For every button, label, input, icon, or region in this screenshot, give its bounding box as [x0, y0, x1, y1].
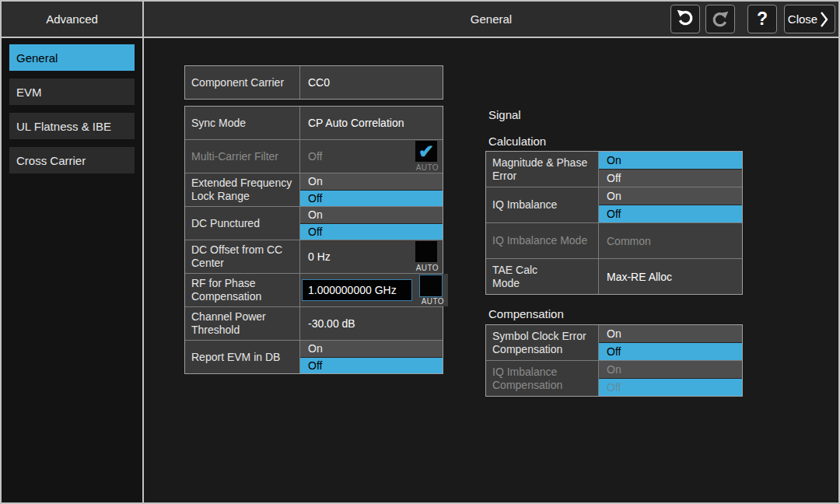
toggle-on-option[interactable]: On [599, 152, 742, 169]
multi-carrier-filter-state: Off [308, 150, 322, 163]
sidebar-title: Advanced [2, 2, 142, 38]
row-extended-frequency-lock-range: Extended Frequency Lock Range On Off [185, 173, 443, 206]
calculation-table: Magnitude & Phase Error On Off IQ Imbala… [485, 151, 743, 295]
help-button[interactable]: ? [747, 5, 777, 33]
iq-imbalance-mode-label: IQ Imbalance Mode [486, 223, 599, 258]
titlebar: General [144, 2, 838, 38]
dc-offset-auto: AUTO [412, 241, 439, 272]
auto-checkbox[interactable] [415, 241, 437, 262]
extended-frequency-lock-range-toggle: On Off [300, 173, 443, 206]
auto-label: AUTO [416, 264, 439, 272]
channel-power-threshold-label: Channel Power Threshold [185, 307, 300, 340]
rf-phase-compensation-value: AUTO [300, 274, 448, 306]
auto-label: AUTO [416, 163, 439, 172]
toggle-off-option[interactable]: Off [599, 378, 742, 396]
compensation-section-label: Compensation [488, 307, 564, 320]
sidebar-item-ul-flatness-ibe[interactable]: UL Flatness & IBE [9, 113, 135, 139]
multi-carrier-filter-label: Multi-Carrier Filter [185, 140, 300, 173]
question-mark-icon: ? [757, 9, 768, 30]
toggle-off-option[interactable]: Off [599, 205, 742, 222]
row-rf-for-phase-compensation: RF for Phase Compensation AUTO [185, 273, 443, 306]
settings-window: Advanced General EVM UL Flatness & IBE C… [0, 0, 840, 504]
channel-power-threshold-value[interactable]: -30.00 dB [300, 307, 443, 340]
dc-offset-amount: 0 Hz [308, 250, 331, 263]
magnitude-phase-error-label: Magnitude & Phase Error [486, 152, 599, 187]
symbol-clock-error-compensation-label: Symbol Clock Error Compensation [486, 325, 599, 360]
component-carrier-label: Component Carrier [185, 66, 300, 99]
iq-imbalance-compensation-label: IQ Imbalance Compensation [486, 361, 599, 396]
toggle-off-option[interactable]: Off [300, 190, 443, 207]
toggle-off-option[interactable]: Off [300, 357, 443, 374]
row-dc-punctured: DC Punctured On Off [185, 206, 443, 240]
row-iq-imbalance-compensation: IQ Imbalance Compensation On Off [486, 360, 742, 396]
row-dc-offset-from-cc-center: DC Offset from CC Center 0 Hz AUTO [185, 240, 443, 273]
undo-icon [675, 8, 695, 31]
row-report-evm-in-db: Report EVM in DB On Off [185, 340, 443, 373]
row-iq-imbalance: IQ Imbalance On Off [486, 187, 742, 222]
sync-mode-value[interactable]: CP Auto Correlation [300, 107, 443, 139]
close-button-label: Close [788, 12, 817, 26]
general-settings-table: Sync Mode CP Auto Correlation Multi-Carr… [184, 106, 443, 374]
sync-mode-label: Sync Mode [185, 107, 300, 139]
component-carrier-table: Component Carrier CC0 [184, 65, 443, 100]
toggle-on-option[interactable]: On [300, 207, 443, 223]
tae-calc-mode-value[interactable]: Max-RE Alloc [599, 259, 742, 294]
compensation-table: Symbol Clock Error Compensation On Off I… [485, 324, 743, 397]
row-iq-imbalance-mode: IQ Imbalance Mode Common [486, 222, 742, 258]
dc-punctured-toggle: On Off [300, 207, 443, 240]
magnitude-phase-error-toggle: On Off [599, 152, 742, 187]
toggle-on-option[interactable]: On [599, 361, 742, 378]
auto-label: AUTO [422, 297, 444, 306]
toggle-off-option[interactable]: Off [300, 223, 443, 240]
sidebar-item-cross-carrier[interactable]: Cross Carrier [9, 147, 135, 173]
dc-offset-label: DC Offset from CC Center [185, 240, 300, 273]
main-panel: General [144, 2, 838, 502]
row-tae-calc-mode: TAE Calc Mode Max-RE Alloc [486, 258, 742, 294]
sidebar-items: General EVM UL Flatness & IBE Cross Carr… [2, 38, 142, 181]
settings-content: Component Carrier CC0 Sync Mode CP Auto … [144, 38, 838, 502]
rf-phase-compensation-input[interactable] [302, 279, 412, 301]
component-carrier-value[interactable]: CC0 [300, 66, 443, 99]
close-button[interactable]: Close [784, 5, 835, 33]
page-title: General [471, 12, 512, 26]
toggle-on-option[interactable]: On [599, 187, 742, 205]
titlebar-buttons: ? Close [665, 5, 835, 33]
row-multi-carrier-filter: Multi-Carrier Filter Off ✔ AUTO [185, 139, 443, 173]
signal-section-label: Signal [488, 108, 521, 121]
row-symbol-clock-error-compensation: Symbol Clock Error Compensation On Off [486, 325, 742, 360]
iq-imbalance-toggle: On Off [599, 187, 742, 222]
auto-checkbox[interactable] [419, 275, 443, 297]
report-evm-in-db-label: Report EVM in DB [185, 341, 300, 373]
toggle-on-option[interactable]: On [599, 325, 742, 342]
multi-carrier-filter-auto: ✔ AUTO [412, 141, 439, 172]
toggle-off-option[interactable]: Off [599, 169, 742, 187]
row-component-carrier: Component Carrier CC0 [185, 66, 443, 99]
chevron-right-icon [820, 11, 828, 28]
row-sync-mode: Sync Mode CP Auto Correlation [185, 107, 443, 139]
row-channel-power-threshold: Channel Power Threshold -30.00 dB [185, 306, 443, 340]
sidebar: Advanced General EVM UL Flatness & IBE C… [2, 2, 144, 502]
iq-imbalance-compensation-toggle: On Off [599, 361, 742, 396]
undo-button[interactable] [670, 5, 700, 33]
multi-carrier-filter-value[interactable]: Off ✔ AUTO [300, 140, 443, 173]
toggle-on-option[interactable]: On [300, 173, 443, 190]
rf-phase-compensation-auto: AUTO [418, 275, 444, 306]
redo-icon [710, 9, 730, 30]
sidebar-item-general[interactable]: General [9, 44, 135, 71]
rf-phase-compensation-label: RF for Phase Compensation [185, 274, 300, 306]
symbol-clock-error-compensation-toggle: On Off [599, 325, 742, 360]
extended-frequency-lock-range-label: Extended Frequency Lock Range [185, 173, 300, 206]
iq-imbalance-mode-value[interactable]: Common [599, 223, 742, 258]
checkmark-icon: ✔ [418, 142, 434, 161]
calculation-section-label: Calculation [488, 135, 546, 148]
auto-checkbox[interactable]: ✔ [415, 141, 437, 162]
toggle-on-option[interactable]: On [300, 341, 443, 357]
iq-imbalance-label: IQ Imbalance [486, 187, 599, 222]
toggle-off-option[interactable]: Off [599, 342, 742, 360]
sidebar-item-evm[interactable]: EVM [9, 79, 135, 105]
redo-button[interactable] [705, 5, 735, 33]
tae-calc-mode-label: TAE Calc Mode [486, 259, 599, 294]
row-magnitude-phase-error: Magnitude & Phase Error On Off [486, 152, 742, 187]
dc-punctured-label: DC Punctured [185, 207, 300, 240]
dc-offset-value[interactable]: 0 Hz AUTO [300, 240, 443, 273]
